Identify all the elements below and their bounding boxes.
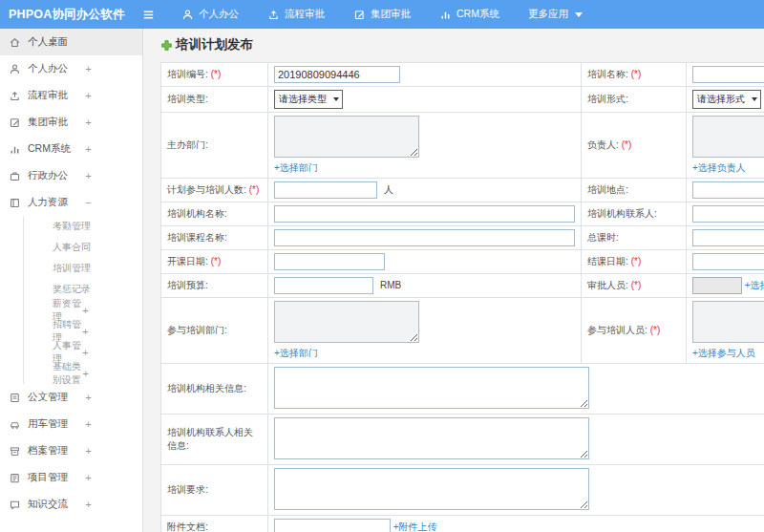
select-approver-link[interactable]: +选择审批人员 [745, 280, 764, 290]
total-hours-input[interactable] [692, 229, 764, 246]
sidebar-item-workflow-approval[interactable]: 流程审批 + [0, 82, 142, 109]
training-mode-select[interactable]: 请选择形式 [692, 90, 761, 109]
sidebar-item-vehicle-mgmt[interactable]: 用车管理 + [0, 411, 142, 437]
required-mark: (*) [631, 256, 642, 266]
submenu-item-label: 考勤管理 [53, 220, 91, 233]
start-date-input[interactable] [274, 253, 385, 270]
approver-input[interactable] [692, 277, 742, 294]
expand-plus-icon[interactable]: + [84, 117, 93, 128]
expand-plus-icon[interactable]: + [82, 347, 89, 358]
expand-plus-icon[interactable]: + [84, 170, 93, 181]
caret-down-icon [333, 97, 339, 101]
car-icon [9, 418, 21, 431]
sidebar-item-crm-system[interactable]: CRM系统 + [0, 136, 142, 162]
sidebar-item-archive-mgmt[interactable]: 档案管理 + [0, 437, 142, 464]
top-nav-crm-system[interactable]: CRM系统 [425, 0, 514, 29]
edit-icon [9, 117, 21, 129]
user-icon [9, 63, 21, 75]
page-title-row: 培训计划发布 [160, 36, 764, 53]
top-nav-label: CRM系统 [456, 8, 499, 21]
field-label: 培训类型: [167, 94, 208, 104]
field-label: 总课时: [587, 232, 619, 243]
submenu-item-training[interactable]: 培训管理 [24, 258, 142, 279]
expand-plus-icon[interactable]: + [82, 305, 89, 316]
expand-plus-icon[interactable]: + [83, 368, 89, 379]
app-logo: PHPOA协同办公软件 [0, 7, 134, 23]
sidebar-item-knowledge-exchange[interactable]: 知识交流 + [0, 491, 142, 518]
training-number-input[interactable] [274, 66, 400, 83]
field-label: 审批人员: [587, 280, 628, 290]
submenu-item-personnel[interactable]: 人事管理 + [24, 342, 142, 363]
submenu-item-attendance[interactable]: 考勤管理 [24, 216, 142, 237]
flow-icon [9, 90, 21, 102]
org-contact-info-textarea[interactable] [274, 417, 589, 459]
collapse-minus-icon[interactable]: − [84, 197, 93, 208]
training-location-input[interactable] [692, 181, 764, 199]
sidebar-item-label: 知识交流 [28, 498, 68, 511]
sidebar-item-personal-desktop[interactable]: 个人桌面 [0, 29, 142, 55]
top-nav-personal-office[interactable]: 个人办公 [167, 0, 253, 29]
training-requirement-textarea[interactable] [274, 468, 589, 510]
form-row: 计划参与培训人数:(*) 人 培训地点: [161, 179, 764, 202]
expand-plus-icon[interactable]: + [84, 472, 93, 483]
field-label: 主办部门: [167, 139, 208, 150]
field-label: 参与培训部门: [167, 325, 227, 335]
expand-plus-icon[interactable]: + [84, 418, 93, 430]
submenu-item-rewards[interactable]: 奖惩记录 [24, 279, 142, 300]
select-department-link[interactable]: +选择部门 [274, 162, 318, 173]
attachment-input[interactable] [274, 519, 391, 532]
hamburger-menu-icon[interactable] [141, 8, 156, 22]
expand-plus-icon[interactable]: + [84, 392, 93, 403]
attachment-upload-link[interactable]: +附件上传 [393, 521, 437, 532]
submenu-item-salary[interactable]: 薪资管理 + [24, 300, 142, 321]
org-name-input[interactable] [274, 205, 575, 223]
top-nav: 个人办公 流程审批 集团审批 CRM系统 更多应用 [167, 0, 597, 29]
sidebar-item-admin-office[interactable]: 行政办公 + [0, 162, 142, 189]
planned-count-input[interactable] [274, 181, 377, 199]
org-info-textarea[interactable] [274, 367, 589, 409]
form-row: 培训类型: 请选择类型 培训形式: 请选择形式 [161, 87, 764, 113]
top-nav-more-apps[interactable]: 更多应用 [514, 0, 597, 29]
book-icon [9, 197, 21, 209]
submenu-item-recruitment[interactable]: 招聘管理 + [24, 321, 142, 342]
budget-input[interactable] [274, 277, 373, 294]
training-type-select[interactable]: 请选择类型 [274, 90, 343, 109]
top-nav-group-approval[interactable]: 集团审批 [339, 0, 425, 29]
expand-plus-icon[interactable]: + [84, 63, 93, 74]
select-leader-link[interactable]: +选择负责人 [692, 162, 746, 173]
submenu-item-base-category[interactable]: 基础类别设置 + [24, 363, 142, 384]
sidebar-item-human-resources[interactable]: 人力资源 − [0, 189, 142, 216]
sidebar-item-project-mgmt[interactable]: 项目管理 + [0, 464, 142, 491]
expand-plus-icon[interactable]: + [82, 326, 89, 337]
end-date-input[interactable] [692, 253, 764, 270]
sidebar-item-document-mgmt[interactable]: 公文管理 + [0, 384, 142, 411]
field-label: 培训编号: [167, 69, 208, 79]
sidebar-item-label: CRM系统 [28, 142, 71, 156]
select-participants-link[interactable]: +选择参与人员 [692, 348, 755, 358]
join-people-textarea[interactable] [692, 301, 764, 343]
expand-plus-icon[interactable]: + [84, 499, 93, 510]
org-contact-input[interactable] [692, 205, 764, 223]
sidebar-item-group-approval[interactable]: 集团审批 + [0, 109, 142, 136]
required-mark: (*) [631, 280, 642, 290]
required-mark: (*) [249, 184, 260, 195]
host-department-textarea[interactable] [274, 116, 419, 158]
join-department-textarea[interactable] [274, 301, 419, 343]
expand-plus-icon[interactable]: + [84, 143, 93, 155]
expand-plus-icon[interactable]: + [84, 445, 93, 457]
sidebar-item-personal-office[interactable]: 个人办公 + [0, 55, 142, 82]
submenu-item-hr-contract[interactable]: 人事合同 [24, 237, 142, 258]
field-label: 培训名称: [587, 69, 628, 79]
field-label: 培训机构联系人: [587, 208, 657, 219]
form-row: 附件文档: +附件上传 [161, 516, 764, 532]
training-name-input[interactable] [692, 66, 764, 83]
field-label: 参与培训人员: [587, 325, 647, 335]
form-row: 培训机构名称: 培训机构联系人: [161, 202, 764, 226]
sidebar-item-label: 档案管理 [28, 444, 68, 458]
green-plus-icon [160, 39, 173, 52]
top-nav-workflow-approval[interactable]: 流程审批 [253, 0, 339, 29]
select-department-link[interactable]: +选择部门 [274, 348, 318, 358]
expand-plus-icon[interactable]: + [84, 90, 93, 101]
course-name-input[interactable] [274, 229, 575, 246]
leader-textarea[interactable] [692, 116, 764, 158]
